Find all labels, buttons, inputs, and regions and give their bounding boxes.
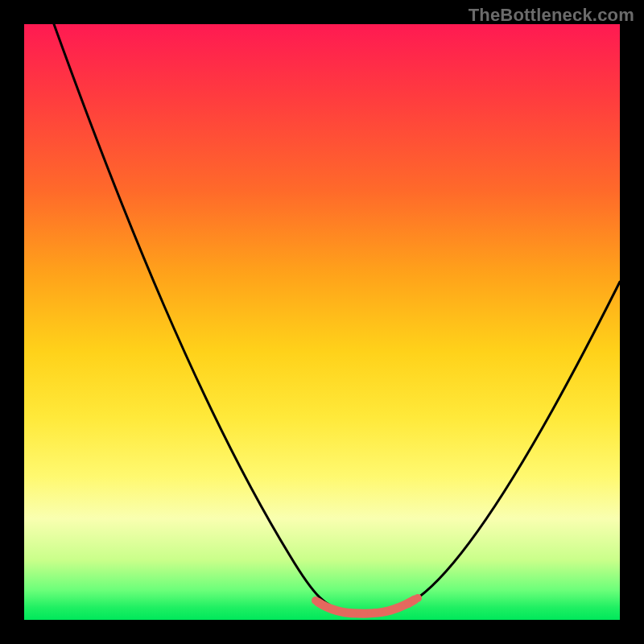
- svg-point-0: [312, 597, 320, 605]
- svg-point-1: [320, 601, 328, 609]
- svg-point-7: [382, 607, 390, 615]
- svg-point-5: [360, 609, 368, 617]
- watermark-text: TheBottleneck.com: [469, 5, 634, 26]
- svg-point-4: [349, 609, 357, 617]
- curve-svg: [24, 24, 620, 620]
- svg-point-2: [328, 605, 336, 613]
- svg-point-10: [414, 594, 422, 602]
- svg-point-9: [404, 600, 412, 608]
- chart-frame: TheBottleneck.com: [0, 0, 644, 644]
- svg-point-3: [338, 608, 346, 616]
- svg-point-8: [394, 604, 402, 612]
- svg-point-6: [371, 609, 379, 617]
- plot-area: [24, 24, 620, 620]
- bottleneck-curve: [54, 24, 620, 613]
